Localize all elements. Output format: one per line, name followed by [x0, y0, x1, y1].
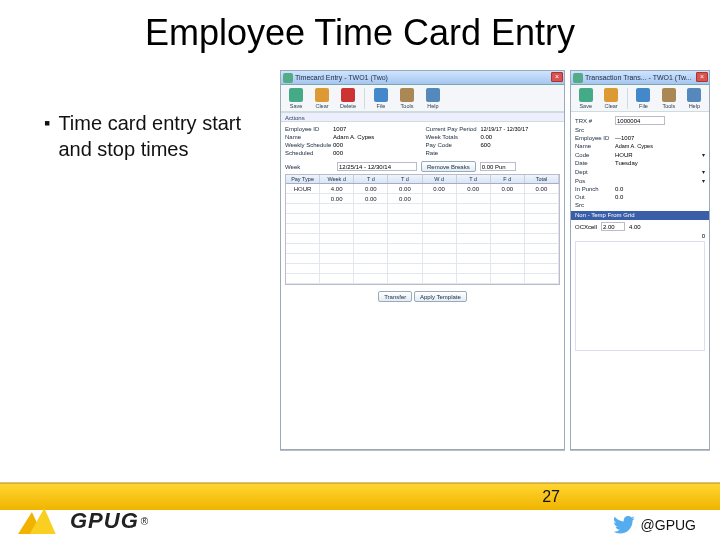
table-row[interactable] — [286, 274, 559, 284]
section-val3: 0 — [702, 233, 705, 239]
src-label: Src — [575, 127, 615, 133]
table-row[interactable] — [286, 264, 559, 274]
help-button[interactable]: Help — [683, 88, 706, 109]
toolbar-divider — [364, 88, 365, 109]
emp-label: Employee ID — [575, 135, 615, 141]
week-select[interactable]: 12/25/14 - 12/30/14 — [337, 162, 417, 171]
time-grid[interactable]: Pay Type Week d T d T d W d T d F d Tota… — [285, 174, 560, 285]
gpug-logo: GPUG ® — [20, 506, 148, 536]
bullet-text: Time card entry start and stop times — [58, 110, 244, 162]
table-row[interactable] — [286, 224, 559, 234]
table-row[interactable] — [286, 254, 559, 264]
titlebar: Transaction Trans... - TWO1 (Tw... × — [571, 71, 709, 85]
section-header: Non - Temp From Grid — [571, 211, 709, 220]
twitter-handle: @GPUG — [641, 517, 696, 533]
table-row[interactable] — [286, 234, 559, 244]
emp-id-value: 1007 — [333, 126, 346, 132]
date-value: Tuesday — [615, 160, 638, 166]
dept-label: Dept — [575, 169, 615, 175]
section-val1[interactable]: 2.00 — [601, 222, 625, 231]
screenshots-area: Timecard Entry - TWO1 (Two) × Save Clear… — [280, 70, 710, 450]
out-label: Out — [575, 194, 615, 200]
name-label: Name — [285, 134, 333, 140]
app-icon — [573, 73, 583, 83]
week-select-label: Week — [285, 164, 333, 170]
form-area: TRX #1000004 Src Employee ID—1007 NameAd… — [571, 112, 709, 353]
code-value: HOUR — [615, 152, 633, 158]
file-button[interactable]: File — [632, 88, 655, 109]
form-footer: Transfer Apply Template — [285, 291, 560, 302]
period-label: Current Pay Period — [426, 126, 481, 132]
save-button[interactable]: Save — [284, 88, 308, 109]
clear-button[interactable]: Clear — [599, 88, 622, 109]
section-val2: 4.00 — [629, 224, 641, 230]
transfer-button[interactable]: Transfer — [378, 291, 412, 302]
sched-label: Scheduled — [285, 150, 333, 156]
week-sched-value: 000 — [333, 142, 343, 148]
trx-label: TRX # — [575, 118, 615, 124]
sched-value: 000 — [333, 150, 343, 156]
paycode-value: 600 — [481, 142, 491, 148]
help-button[interactable]: Help — [421, 88, 445, 109]
ribbon-tab[interactable]: Actions — [281, 112, 564, 122]
rate-label: Rate — [426, 150, 481, 156]
section-row-label: OCXcell — [575, 224, 597, 230]
date-label: Date — [575, 160, 615, 166]
toolbar: Save Clear File Tools Help — [571, 85, 709, 112]
grid-body: HOUR4.000.000.000.000.000.000.000.000.00… — [286, 184, 559, 284]
table-row[interactable] — [286, 244, 559, 254]
punch-hint: 0.00 Pun — [480, 162, 516, 171]
table-row[interactable]: HOUR4.000.000.000.000.000.000.00 — [286, 184, 559, 194]
delete-button[interactable]: Delete — [336, 88, 360, 109]
table-row[interactable] — [286, 204, 559, 214]
window-timecard-entry: Timecard Entry - TWO1 (Two) × Save Clear… — [280, 70, 565, 450]
window-title: Timecard Entry - TWO1 (Two) — [281, 71, 564, 85]
logo-text: GPUG — [70, 508, 139, 534]
window-transaction: Transaction Trans... - TWO1 (Tw... × Sav… — [570, 70, 710, 450]
logo-mark-icon — [20, 506, 66, 536]
twitter-icon — [613, 516, 635, 534]
bullet-area: ▪ Time card entry start and stop times — [44, 110, 244, 162]
bullet-marker: ▪ — [44, 110, 50, 136]
table-row[interactable] — [286, 214, 559, 224]
in-value: 0.0 — [615, 186, 623, 192]
grid-header: Pay Type Week d T d T d W d T d F d Tota… — [286, 175, 559, 184]
name-value: Adam A. Cypes — [333, 134, 374, 140]
in-label: In Punch — [575, 186, 615, 192]
slide-title: Employee Time Card Entry — [0, 12, 720, 54]
out-value: 0.0 — [615, 194, 623, 200]
table-row[interactable]: 0.000.000.00 — [286, 194, 559, 204]
emp-value: —1007 — [615, 135, 634, 141]
registered-mark: ® — [141, 516, 148, 527]
week-total-value: 0.00 — [481, 134, 493, 140]
window-title: Transaction Trans... - TWO1 (Tw... — [571, 71, 709, 85]
clear-button[interactable]: Clear — [310, 88, 334, 109]
src2-label: Src — [575, 202, 615, 208]
empty-list — [575, 241, 705, 351]
save-button[interactable]: Save — [574, 88, 597, 109]
page-number: 27 — [542, 488, 560, 506]
slide-footer: 27 GPUG ® @GPUG — [0, 482, 720, 540]
form-area: Employee ID1007 NameAdam A. Cypes Weekly… — [281, 122, 564, 304]
app-icon — [283, 73, 293, 83]
remove-breaks-button[interactable]: Remove Breaks — [421, 161, 476, 172]
period-value: 12/19/17 - 12/30/17 — [481, 126, 529, 132]
social-area: @GPUG — [613, 516, 696, 534]
apply-template-button[interactable]: Apply Template — [414, 291, 467, 302]
emp-id-label: Employee ID — [285, 126, 333, 132]
toolbar: Save Clear Delete File Tools Help — [281, 85, 564, 112]
name-label: Name — [575, 143, 615, 149]
trx-field[interactable]: 1000004 — [615, 116, 665, 125]
week-sched-label: Weekly Schedule — [285, 142, 333, 148]
tools-button[interactable]: Tools — [395, 88, 419, 109]
tools-button[interactable]: Tools — [657, 88, 680, 109]
week-total-label: Week Totals — [426, 134, 481, 140]
paycode-label: Pay Code — [426, 142, 481, 148]
close-icon[interactable]: × — [696, 72, 708, 82]
close-icon[interactable]: × — [551, 72, 563, 82]
file-button[interactable]: File — [369, 88, 393, 109]
name-value: Adam A. Cypes — [615, 143, 653, 149]
pos-label: Pos — [575, 178, 615, 184]
code-label: Code — [575, 152, 615, 158]
titlebar: Timecard Entry - TWO1 (Two) × — [281, 71, 564, 85]
